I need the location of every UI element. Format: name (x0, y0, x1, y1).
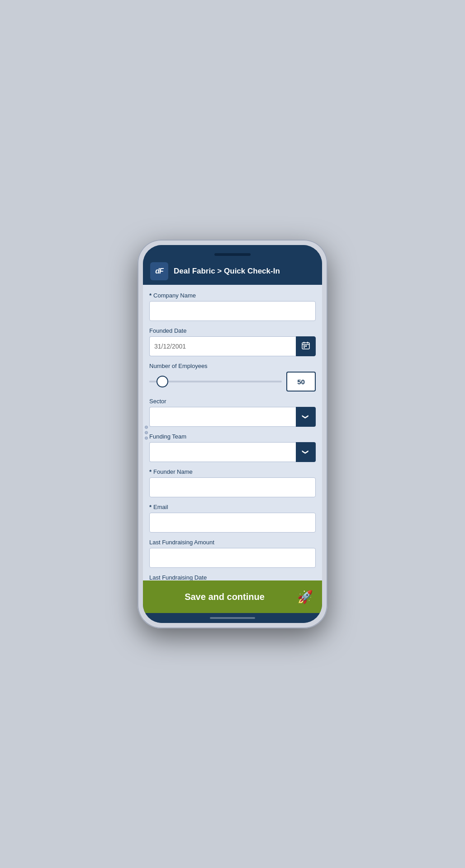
email-label: * Email (149, 504, 316, 510)
fundraising-date-field: Last Fundraising Date (149, 574, 316, 580)
funding-team-chevron-icon: ❯ (303, 449, 309, 455)
svg-rect-4 (304, 345, 305, 347)
logo-box: dF (150, 262, 168, 280)
svg-rect-5 (304, 347, 305, 348)
employees-value-box: 50 (286, 372, 316, 392)
home-indicator (210, 617, 255, 619)
founder-name-label: * Founder Name (149, 468, 316, 475)
founded-calendar-icon (302, 341, 310, 351)
sector-dropdown-button[interactable]: ❯ (296, 407, 316, 427)
founded-date-input[interactable] (149, 336, 296, 356)
bottom-bar[interactable]: Save and continue 🚀 (143, 580, 322, 613)
email-input[interactable] (149, 513, 316, 533)
fundraising-amount-label: Last Fundraising Amount (149, 539, 316, 546)
employees-field: Number of Employees 50 (149, 363, 316, 392)
required-star-email: * (149, 504, 152, 510)
founder-name-input[interactable] (149, 477, 316, 497)
sector-field: Sector ❯ (149, 398, 316, 427)
funding-team-dropdown-button[interactable]: ❯ (296, 442, 316, 462)
phone-notch (143, 245, 322, 258)
save-continue-button[interactable]: Save and continue (152, 592, 297, 602)
funding-team-dropdown-display (149, 442, 296, 462)
company-name-label: * Company Name (149, 292, 316, 299)
sector-dropdown-display (149, 407, 296, 427)
founded-date-wrapper (149, 336, 316, 356)
fundraising-date-label: Last Fundraising Date (149, 574, 316, 580)
founded-date-label: Founded Date (149, 327, 316, 334)
phone-home-bar (143, 613, 322, 623)
founded-date-calendar-button[interactable] (296, 336, 316, 356)
fundraising-amount-field: Last Fundraising Amount (149, 539, 316, 568)
page-dot-3 (145, 437, 148, 440)
company-name-input[interactable] (149, 301, 316, 321)
employees-slider-wrapper: 50 (149, 372, 316, 392)
funding-team-field: Funding Team ❯ (149, 433, 316, 462)
required-star-company: * (149, 292, 152, 299)
speaker (214, 253, 251, 256)
employees-slider-thumb[interactable] (157, 376, 168, 387)
sector-dropdown-wrapper: ❯ (149, 407, 316, 427)
page-dot-1 (145, 426, 148, 429)
page-dots (145, 426, 148, 440)
app-title: Deal Fabric > Quick Check-In (174, 267, 280, 276)
phone-inner: dF Deal Fabric > Quick Check-In * Compan… (143, 245, 322, 623)
founded-date-field: Founded Date (149, 327, 316, 356)
scroll-content: * Company Name Founded Date (143, 285, 322, 580)
fundraising-amount-input[interactable] (149, 548, 316, 568)
sector-label: Sector (149, 398, 316, 405)
company-name-field: * Company Name (149, 292, 316, 321)
phone-shell: dF Deal Fabric > Quick Check-In * Compan… (138, 240, 327, 628)
sector-chevron-icon: ❯ (303, 414, 309, 420)
rocket-icon: 🚀 (297, 590, 313, 604)
logo-icon: dF (155, 267, 163, 275)
app-header: dF Deal Fabric > Quick Check-In (143, 258, 322, 285)
founder-name-field: * Founder Name (149, 468, 316, 497)
email-field: * Email (149, 504, 316, 533)
employees-slider-track (149, 381, 282, 382)
funding-team-dropdown-wrapper: ❯ (149, 442, 316, 462)
required-star-founder: * (149, 468, 152, 475)
funding-team-label: Funding Team (149, 433, 316, 440)
svg-rect-6 (305, 345, 307, 347)
employees-label: Number of Employees (149, 363, 316, 369)
page-dot-2 (145, 431, 148, 434)
